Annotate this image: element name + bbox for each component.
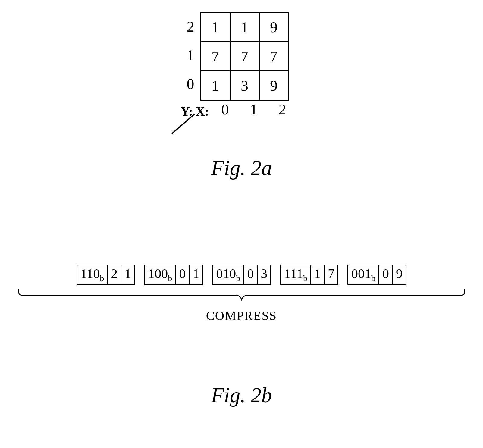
cell-2-0: 1 <box>201 13 230 42</box>
tuple-4: 001b 0 9 <box>347 265 406 285</box>
tuple-0-val2: 1 <box>121 265 134 284</box>
tuple-3: 111b 1 7 <box>280 265 338 285</box>
tuple-1-val2: 1 <box>190 265 202 284</box>
curly-brace <box>17 288 466 303</box>
tuple-4-val1: 0 <box>379 265 393 284</box>
tuple-3-val1: 1 <box>311 265 325 284</box>
cell-2-1: 1 <box>230 13 259 42</box>
cell-1-0: 7 <box>201 42 230 71</box>
tuple-2-val1: 0 <box>244 265 258 284</box>
fig-2a-caption: Fig. 2a <box>9 156 474 180</box>
x-label-0: 0 <box>211 101 240 118</box>
tuple-3-val2: 7 <box>325 265 337 284</box>
figure-2a: 2 1 0 1 1 9 7 7 7 1 3 9 Y: X: <box>9 12 474 180</box>
data-grid: 1 1 9 7 7 7 1 3 9 <box>200 12 289 101</box>
cell-1-1: 7 <box>230 42 259 71</box>
tuple-0-binary: 110b <box>77 265 108 284</box>
cell-0-1: 3 <box>230 71 259 100</box>
fig-2b-caption: Fig. 2b <box>9 383 474 407</box>
svg-line-0 <box>172 114 194 134</box>
diagonal-line <box>169 111 199 135</box>
tuple-1: 100b 0 1 <box>144 265 203 285</box>
cell-2-2: 9 <box>259 13 288 42</box>
tuple-0-val1: 2 <box>108 265 121 284</box>
cell-1-2: 7 <box>259 42 288 71</box>
tuple-4-val2: 9 <box>393 265 406 284</box>
y-axis-labels: 2 1 0 <box>182 12 194 98</box>
cell-0-0: 1 <box>201 71 230 100</box>
cell-0-2: 9 <box>259 71 288 100</box>
brace-container <box>9 288 474 304</box>
y-label-2: 2 <box>182 12 194 41</box>
tuple-2-val2: 3 <box>258 265 270 284</box>
tuple-0: 110b 2 1 <box>77 265 135 285</box>
tuple-3-binary: 111b <box>281 265 311 284</box>
tuple-4-binary: 001b <box>348 265 379 284</box>
tuples-row: 110b 2 1 100b 0 1 010b 0 3 111b 1 7 001b… <box>9 265 474 285</box>
tuple-2-binary: 010b <box>213 265 244 284</box>
tuple-1-binary: 100b <box>145 265 176 284</box>
x-label-2: 2 <box>268 101 297 118</box>
y-label-0: 0 <box>182 69 194 98</box>
figure-2b: 110b 2 1 100b 0 1 010b 0 3 111b 1 7 001b… <box>9 265 474 407</box>
grid-container: 2 1 0 1 1 9 7 7 7 1 3 9 Y: X: <box>200 12 289 101</box>
compress-label: COMPRESS <box>9 309 474 323</box>
x-label-1: 1 <box>240 101 268 118</box>
y-label-1: 1 <box>182 41 194 69</box>
x-axis-labels: 0 1 2 <box>211 101 297 118</box>
tuple-1-val1: 0 <box>176 265 190 284</box>
tuple-2: 010b 0 3 <box>212 265 271 285</box>
